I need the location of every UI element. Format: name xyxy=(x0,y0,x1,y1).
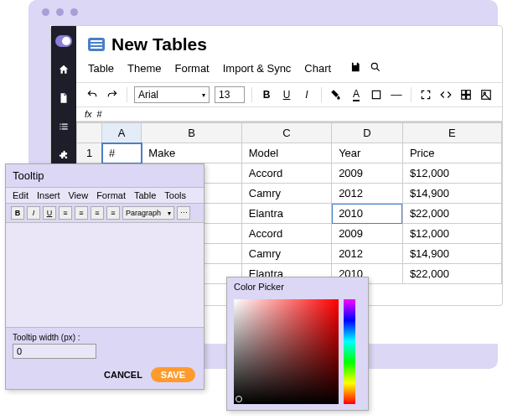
color-picker-title: Color Picker xyxy=(227,277,368,296)
fill-color-icon[interactable] xyxy=(329,87,344,102)
row-header[interactable]: 1 xyxy=(77,143,102,163)
cell[interactable]: Model xyxy=(241,143,331,163)
color-picker-panel: Color Picker xyxy=(226,277,369,411)
tp-menu-table[interactable]: Table xyxy=(134,190,156,200)
file-icon[interactable] xyxy=(55,90,72,106)
page-title: New Tables xyxy=(111,34,207,54)
tooltip-width-input[interactable] xyxy=(13,344,96,359)
fx-label: fx xyxy=(85,109,92,119)
svg-rect-6 xyxy=(462,96,466,100)
cell[interactable]: $12,000 xyxy=(402,163,501,184)
tooltip-editor-area[interactable] xyxy=(6,223,204,328)
tp-menu-edit[interactable]: Edit xyxy=(13,190,28,200)
tooltip-editor-panel: Tooltip Edit Insert View Format Table To… xyxy=(5,163,204,390)
cell[interactable]: $14,900 xyxy=(402,244,501,264)
cell[interactable]: Accord xyxy=(241,163,331,184)
redo-icon[interactable] xyxy=(105,87,120,102)
grid-icon[interactable] xyxy=(458,87,474,102)
cell[interactable]: $22,000 xyxy=(402,264,501,284)
code-icon[interactable] xyxy=(438,87,453,102)
col-header[interactable]: E xyxy=(402,123,501,143)
cell[interactable]: 2012 xyxy=(332,244,403,264)
fx-value: # xyxy=(97,109,102,119)
cell[interactable]: Year xyxy=(332,143,403,163)
col-header[interactable]: C xyxy=(241,123,331,143)
chevron-down-icon: ▾ xyxy=(202,91,205,99)
corner-cell[interactable] xyxy=(77,123,102,143)
table-type-icon xyxy=(88,38,105,51)
tp-menu-tools[interactable]: Tools xyxy=(164,190,186,200)
tp-menu-view[interactable]: View xyxy=(68,190,88,200)
svg-point-2 xyxy=(371,63,377,69)
undo-icon[interactable] xyxy=(85,87,100,102)
window-traffic-lights xyxy=(42,8,78,16)
toggle-icon[interactable] xyxy=(55,33,72,49)
cell[interactable]: 2009 xyxy=(332,163,403,184)
color-hue-slider[interactable] xyxy=(344,299,355,404)
font-select[interactable]: Arial▾ xyxy=(134,86,210,103)
color-cursor-icon[interactable] xyxy=(236,396,242,402)
cell[interactable]: $12,000 xyxy=(402,224,501,244)
svg-rect-3 xyxy=(372,91,380,98)
formula-bar[interactable]: fx # xyxy=(76,107,502,122)
tp-paragraph-select[interactable]: Paragraph▾ xyxy=(122,206,174,220)
cell[interactable]: 2009 xyxy=(332,224,403,244)
cell[interactable]: Price xyxy=(402,143,501,163)
svg-rect-4 xyxy=(462,91,466,95)
italic-icon[interactable]: I xyxy=(299,87,314,102)
tp-more-icon[interactable]: ⋯ xyxy=(177,206,190,220)
border-icon[interactable] xyxy=(369,87,384,102)
tp-bold-icon[interactable]: B xyxy=(11,206,24,220)
fullscreen-icon[interactable] xyxy=(418,87,433,102)
tp-align-center-icon[interactable]: ≡ xyxy=(75,206,88,220)
cell[interactable]: Camry xyxy=(241,244,331,264)
cell[interactable]: $14,900 xyxy=(402,184,501,204)
tp-italic-icon[interactable]: I xyxy=(27,206,40,220)
search-icon[interactable] xyxy=(370,61,381,75)
puzzle-icon[interactable] xyxy=(55,147,72,163)
tp-underline-icon[interactable]: U xyxy=(43,206,56,220)
cell[interactable]: Accord xyxy=(241,224,331,244)
svg-rect-5 xyxy=(467,91,471,95)
svg-rect-7 xyxy=(467,96,471,100)
tooltip-width-label: Tooltip width (px) : xyxy=(13,333,197,342)
cell[interactable]: 2010 xyxy=(332,204,403,224)
font-size-select[interactable]: 13 xyxy=(215,86,245,103)
menu-theme[interactable]: Theme xyxy=(127,62,161,75)
bold-icon[interactable]: B xyxy=(259,87,274,102)
underline-icon[interactable]: U xyxy=(279,87,294,102)
cell[interactable]: Elantra xyxy=(241,204,331,224)
tp-menu-insert[interactable]: Insert xyxy=(37,190,60,200)
menu-import[interactable]: Import & Sync xyxy=(223,62,292,75)
save-button[interactable]: SAVE xyxy=(151,367,195,382)
col-header[interactable]: A xyxy=(102,123,142,143)
save-icon[interactable] xyxy=(349,61,361,75)
cancel-button[interactable]: CANCEL xyxy=(104,370,142,380)
list-icon[interactable] xyxy=(55,118,72,135)
tooltip-toolbar: B I U ≡ ≡ ≡ ≡ Paragraph▾ ⋯ xyxy=(6,204,204,223)
cell[interactable]: Camry xyxy=(241,184,331,204)
line-style-icon[interactable]: –– xyxy=(389,87,404,102)
tp-align-justify-icon[interactable]: ≡ xyxy=(106,206,120,220)
color-saturation-area[interactable] xyxy=(234,299,339,404)
cell[interactable]: # xyxy=(102,143,142,163)
menu-chart[interactable]: Chart xyxy=(304,62,331,75)
tooltip-menu: Edit Insert View Format Table Tools xyxy=(6,187,204,204)
home-icon[interactable] xyxy=(55,61,72,78)
menu-bar: Table Theme Format Import & Sync Chart xyxy=(76,58,502,82)
col-header[interactable]: B xyxy=(142,123,241,143)
cell[interactable]: 2012 xyxy=(332,184,403,204)
col-header[interactable]: D xyxy=(332,123,403,143)
text-color-icon[interactable]: A xyxy=(349,87,364,102)
cell[interactable]: $22,000 xyxy=(402,204,501,224)
menu-format[interactable]: Format xyxy=(175,62,210,75)
cell[interactable]: Make xyxy=(142,143,241,163)
format-toolbar: Arial▾ 13 B U I A –– xyxy=(76,82,502,107)
tp-menu-format[interactable]: Format xyxy=(96,190,126,200)
tp-align-right-icon[interactable]: ≡ xyxy=(91,206,104,220)
image-icon[interactable] xyxy=(479,87,494,102)
tooltip-title: Tooltip xyxy=(6,164,204,187)
menu-table[interactable]: Table xyxy=(88,62,114,75)
svg-rect-8 xyxy=(482,91,491,100)
tp-align-left-icon[interactable]: ≡ xyxy=(59,206,72,220)
